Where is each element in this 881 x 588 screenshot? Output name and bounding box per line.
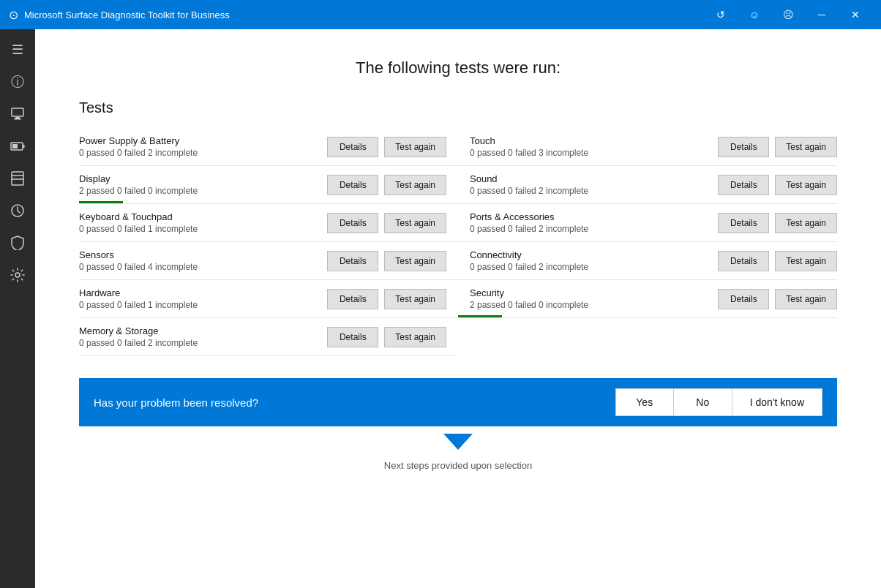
details-button[interactable]: Details [718, 137, 769, 157]
titlebar: ⊙ Microsoft Surface Diagnostic Toolkit f… [0, 0, 881, 29]
svg-rect-1 [15, 117, 20, 118]
test-again-button[interactable]: Test again [384, 137, 446, 157]
test-actions: Details Test again [718, 213, 837, 233]
sidebar-item-settings[interactable] [3, 260, 32, 290]
sidebar-item-shield[interactable] [3, 228, 32, 257]
test-name: Power Supply & Battery [79, 135, 318, 146]
test-again-button[interactable]: Test again [775, 213, 837, 233]
details-button[interactable]: Details [718, 175, 769, 195]
test-stats: 0 passed 0 failed 2 incomplete [470, 186, 709, 196]
details-button[interactable]: Details [327, 213, 378, 233]
test-stats: 0 passed 0 failed 2 incomplete [79, 148, 318, 158]
test-stats: 0 passed 0 failed 2 incomplete [470, 224, 709, 234]
emoji-button[interactable]: ☺ [738, 0, 771, 29]
no-button[interactable]: No [674, 388, 732, 416]
details-button[interactable]: Details [327, 137, 378, 157]
resolution-buttons: Yes No I don't know [615, 388, 822, 416]
sidebar-item-history[interactable] [3, 196, 32, 225]
details-button[interactable]: Details [718, 213, 769, 233]
test-item-left-4: Hardware 0 passed 0 failed 1 incomplete … [79, 280, 458, 318]
refresh-button[interactable]: ↺ [704, 0, 738, 29]
test-stats: 2 passed 0 failed 0 incomplete [470, 300, 709, 310]
test-info: Memory & Storage 0 passed 0 failed 2 inc… [79, 325, 318, 348]
svg-rect-2 [14, 118, 21, 120]
test-item-left-2: Keyboard & Touchpad 0 passed 0 failed 1 … [79, 204, 458, 242]
test-name: Memory & Storage [79, 325, 318, 336]
sidebar-item-storage[interactable] [3, 164, 32, 193]
minimize-button[interactable]: ─ [805, 0, 839, 29]
svg-point-10 [15, 273, 20, 277]
test-item-left-3: Sensors 0 passed 0 failed 4 incomplete D… [79, 242, 458, 280]
test-again-button[interactable]: Test again [775, 137, 837, 157]
window-controls: ↺ ☺ ☹ ─ ✕ [704, 0, 872, 29]
main-content: The following tests were run: Tests Powe… [35, 29, 881, 588]
test-actions: Details Test again [327, 137, 446, 157]
test-name: Keyboard & Touchpad [79, 211, 318, 222]
sidebar-item-battery[interactable] [3, 132, 32, 161]
test-actions: Details Test again [718, 137, 837, 157]
feedback-button[interactable]: ☹ [771, 0, 805, 29]
banner-arrow [443, 434, 473, 450]
tests-left-column: Power Supply & Battery 0 passed 0 failed… [79, 128, 458, 356]
test-again-button[interactable]: Test again [384, 251, 446, 271]
test-info: Sensors 0 passed 0 failed 4 incomplete [79, 249, 318, 272]
svg-rect-6 [12, 172, 23, 185]
test-again-button[interactable]: Test again [384, 289, 446, 309]
test-stats: 0 passed 0 failed 1 incomplete [79, 224, 318, 234]
test-actions: Details Test again [718, 289, 837, 309]
progress-bar [458, 315, 502, 317]
test-again-button[interactable]: Test again [384, 213, 446, 233]
page-heading: The following tests were run: [79, 59, 837, 78]
test-actions: Details Test again [327, 175, 446, 195]
test-stats: 0 passed 0 failed 2 incomplete [470, 262, 709, 272]
test-again-button[interactable]: Test again [775, 251, 837, 271]
test-stats: 0 passed 0 failed 4 incomplete [79, 262, 318, 272]
test-name: Security [470, 287, 709, 298]
test-info: Ports & Accessories 0 passed 0 failed 2 … [470, 211, 709, 234]
tests-right-column: Touch 0 passed 0 failed 3 incomplete Det… [458, 128, 837, 356]
test-actions: Details Test again [327, 213, 446, 233]
details-button[interactable]: Details [718, 251, 769, 271]
details-button[interactable]: Details [327, 327, 378, 347]
test-actions: Details Test again [327, 251, 446, 271]
dont-know-button[interactable]: I don't know [732, 388, 822, 416]
banner-arrow-container [79, 426, 837, 456]
window-title: Microsoft Surface Diagnostic Toolkit for… [24, 10, 704, 20]
test-info: Display 2 passed 0 failed 0 incomplete [79, 173, 318, 196]
test-info: Sound 0 passed 0 failed 2 incomplete [470, 173, 709, 196]
test-item-right-1: Sound 0 passed 0 failed 2 incomplete Det… [458, 166, 837, 204]
details-button[interactable]: Details [327, 251, 378, 271]
test-name: Ports & Accessories [470, 211, 709, 222]
test-stats: 0 passed 0 failed 2 incomplete [79, 338, 318, 348]
test-again-button[interactable]: Test again [775, 289, 837, 309]
yes-button[interactable]: Yes [615, 388, 674, 416]
details-button[interactable]: Details [718, 289, 769, 309]
test-item-right-3: Connectivity 0 passed 0 failed 2 incompl… [458, 242, 837, 280]
test-info: Security 2 passed 0 failed 0 incomplete [470, 287, 709, 310]
test-item-left-5: Memory & Storage 0 passed 0 failed 2 inc… [79, 318, 458, 356]
test-again-button[interactable]: Test again [384, 327, 446, 347]
svg-rect-0 [12, 108, 23, 116]
sidebar: ☰ ⓘ [0, 29, 35, 588]
test-item-right-4: Security 2 passed 0 failed 0 incomplete … [458, 280, 837, 318]
sidebar-item-info[interactable]: ⓘ [3, 67, 32, 97]
resolution-question: Has your problem been resolved? [94, 396, 615, 409]
test-again-button[interactable]: Test again [775, 175, 837, 195]
test-actions: Details Test again [718, 175, 837, 195]
test-name: Hardware [79, 287, 318, 298]
tests-grid: Power Supply & Battery 0 passed 0 failed… [79, 128, 837, 356]
details-button[interactable]: Details [327, 175, 378, 195]
test-stats: 0 passed 0 failed 3 incomplete [470, 148, 709, 158]
test-item-left-0: Power Supply & Battery 0 passed 0 failed… [79, 128, 458, 166]
test-name: Touch [470, 135, 709, 146]
sidebar-item-menu[interactable]: ☰ [3, 35, 32, 64]
details-button[interactable]: Details [327, 289, 378, 309]
sidebar-item-device[interactable] [3, 99, 32, 129]
test-again-button[interactable]: Test again [384, 175, 446, 195]
close-button[interactable]: ✕ [839, 0, 872, 29]
svg-rect-4 [23, 145, 25, 148]
test-name: Connectivity [470, 249, 709, 260]
test-name: Display [79, 173, 318, 184]
test-name: Sensors [79, 249, 318, 260]
test-item-left-1: Display 2 passed 0 failed 0 incomplete D… [79, 166, 458, 204]
